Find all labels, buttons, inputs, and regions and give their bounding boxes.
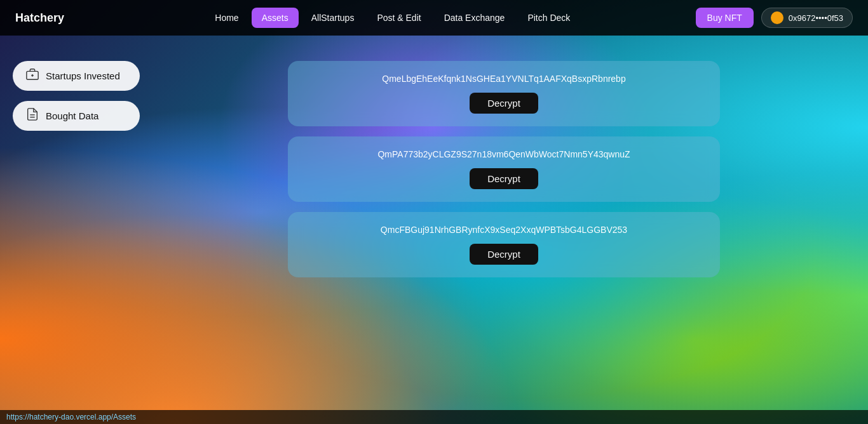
- data-card-0: QmeLbgEhEeKfqnk1NsGHEa1YVNLTq1AAFXqBsxpR…: [288, 61, 720, 126]
- navbar: Hatchery HomeAssetsAllStartupsPost & Edi…: [0, 0, 868, 36]
- decrypt-button-2[interactable]: Decrypt: [470, 244, 538, 265]
- cards-area: QmeLbgEhEeKfqnk1NsGHEa1YVNLTq1AAFXqBsxpR…: [288, 61, 720, 277]
- decrypt-button-0[interactable]: Decrypt: [470, 93, 538, 114]
- nav-link-assets[interactable]: Assets: [252, 8, 299, 28]
- data-hash-0: QmeLbgEhEeKfqnk1NsGHEa1YVNLTq1AAFXqBsxpR…: [382, 74, 625, 84]
- nav-link-post-&-edit[interactable]: Post & Edit: [367, 8, 431, 28]
- data-hash-2: QmcFBGuj91NrhGBRynfcX9xSeq2XxqWPBTsbG4LG…: [381, 225, 627, 235]
- buy-nft-button[interactable]: Buy NFT: [696, 8, 754, 28]
- brand-logo: Hatchery: [15, 11, 64, 25]
- nav-link-pitch-deck[interactable]: Pitch Deck: [517, 8, 580, 28]
- nav-link-home[interactable]: Home: [205, 8, 248, 28]
- data-card-1: QmPA773b2yCLGZ9S27n18vm6QenWbWoct7Nmn5Y4…: [288, 136, 720, 202]
- sidebar: Startups Invested Bought Data: [13, 61, 140, 131]
- nav-link-allstartups[interactable]: AllStartups: [301, 8, 365, 28]
- wallet-address: 0x9672••••0f53: [789, 13, 843, 23]
- nav-right: Buy NFT 0x9672••••0f53: [696, 8, 853, 28]
- bought-data-icon: [25, 107, 39, 124]
- wallet-icon: [771, 11, 783, 24]
- startups-icon: [25, 67, 39, 84]
- decrypt-button-1[interactable]: Decrypt: [470, 168, 538, 189]
- data-card-2: QmcFBGuj91NrhGBRynfcX9xSeq2XxqWPBTsbG4LG…: [288, 212, 720, 277]
- sidebar-btn-0[interactable]: Startups Invested: [13, 61, 140, 91]
- sidebar-btn-1[interactable]: Bought Data: [13, 101, 140, 131]
- main-content: Startups Invested Bought Data QmeLbgEhEe…: [0, 36, 868, 290]
- wallet-badge: 0x9672••••0f53: [761, 8, 853, 28]
- statusbar: https://hatchery-dao.vercel.app/Assets: [0, 410, 868, 424]
- nav-link-data-exchange[interactable]: Data Exchange: [434, 8, 515, 28]
- sidebar-item-label-1: Bought Data: [46, 110, 98, 121]
- nav-links: HomeAssetsAllStartupsPost & EditData Exc…: [90, 8, 696, 28]
- sidebar-item-label-0: Startups Invested: [46, 70, 120, 81]
- data-hash-1: QmPA773b2yCLGZ9S27n18vm6QenWbWoct7Nmn5Y4…: [377, 149, 630, 159]
